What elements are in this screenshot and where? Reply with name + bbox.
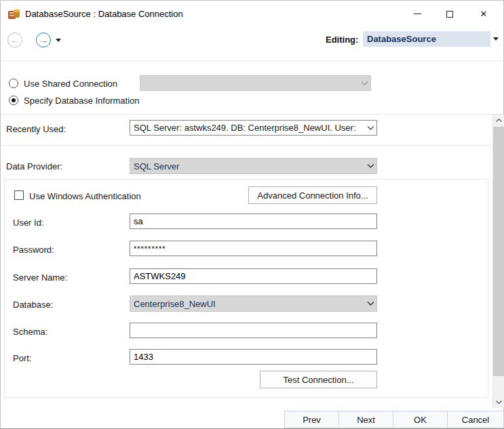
connection-details-group	[4, 179, 488, 398]
editing-value: DatabaseSource	[363, 31, 490, 47]
data-provider-label: Data Provider:	[6, 161, 62, 171]
database-value: Centerprise8_NewUI	[130, 299, 364, 309]
back-arrow-icon: ←	[11, 35, 20, 45]
scrollbar-thumb[interactable]	[493, 127, 504, 376]
close-button[interactable]: ✕	[469, 4, 498, 24]
password-input[interactable]	[130, 241, 377, 256]
port-label: Port:	[13, 353, 31, 363]
data-provider-combobox[interactable]: SQL Server	[130, 158, 377, 174]
forward-dropdown-caret-icon[interactable]	[56, 39, 61, 42]
recently-used-combobox[interactable]: SQL Server: astwks249. DB: Centerprise8_…	[130, 120, 377, 136]
dialog-window: DatabaseSource : Database Connection ✕ ←…	[0, 0, 504, 429]
prev-button[interactable]: Prev	[284, 411, 339, 428]
chevron-down-icon	[364, 164, 376, 168]
forward-button[interactable]: →	[36, 33, 51, 47]
next-button[interactable]: Next	[338, 411, 393, 428]
forward-arrow-icon: →	[39, 35, 48, 45]
scroll-down-icon[interactable]	[493, 396, 504, 408]
chevron-down-icon	[490, 31, 501, 47]
server-name-input[interactable]	[130, 268, 377, 284]
shared-connection-combobox	[140, 75, 371, 91]
cancel-button[interactable]: Cancel	[447, 411, 504, 428]
advanced-connection-info-button[interactable]: Advanced Connection Info...	[248, 186, 377, 204]
maximize-icon	[446, 11, 453, 18]
data-provider-value: SQL Server	[130, 161, 364, 171]
user-id-input[interactable]	[130, 213, 377, 229]
titlebar: DatabaseSource : Database Connection ✕	[1, 1, 503, 28]
maximize-button[interactable]	[435, 4, 464, 24]
port-input[interactable]	[130, 349, 377, 365]
use-shared-connection-label: Use Shared Connection	[24, 79, 117, 89]
schema-label: Schema:	[13, 327, 47, 337]
window-title: DatabaseSource : Database Connection	[25, 9, 183, 19]
windows-auth-label: Use Windows Authentication	[29, 191, 141, 201]
scroll-up-icon[interactable]	[493, 115, 504, 126]
divider	[1, 60, 503, 61]
minimize-icon	[414, 14, 421, 14]
app-icon	[7, 7, 20, 20]
database-label: Database:	[13, 300, 53, 310]
editing-combobox[interactable]: DatabaseSource	[363, 31, 501, 47]
user-id-label: User Id:	[13, 218, 44, 228]
divider	[1, 114, 503, 115]
back-button[interactable]: ←	[7, 33, 22, 47]
specify-database-label: Specify Database Information	[24, 96, 140, 106]
test-connection-button[interactable]: Test Connection...	[260, 371, 377, 388]
editing-label: Editing:	[326, 35, 358, 45]
minimize-button[interactable]	[403, 4, 431, 24]
ok-button[interactable]: OK	[393, 411, 448, 428]
database-combobox[interactable]: Centerprise8_NewUI	[130, 295, 377, 312]
windows-auth-checkbox[interactable]	[14, 190, 24, 200]
recently-used-value: SQL Server: astwks249. DB: Centerprise8_…	[130, 123, 364, 133]
vertical-scrollbar[interactable]	[492, 115, 504, 408]
recently-used-label: Recently Used:	[6, 124, 66, 134]
chevron-down-icon	[364, 126, 376, 130]
specify-database-radio[interactable]	[9, 96, 18, 105]
use-shared-connection-radio[interactable]	[9, 79, 18, 88]
password-label: Password:	[13, 245, 54, 255]
server-name-label: Server Name:	[13, 272, 67, 283]
close-icon: ✕	[480, 9, 488, 18]
chevron-down-icon	[364, 302, 376, 306]
divider	[1, 145, 492, 146]
schema-input[interactable]	[130, 323, 377, 338]
chevron-down-icon	[358, 81, 370, 85]
